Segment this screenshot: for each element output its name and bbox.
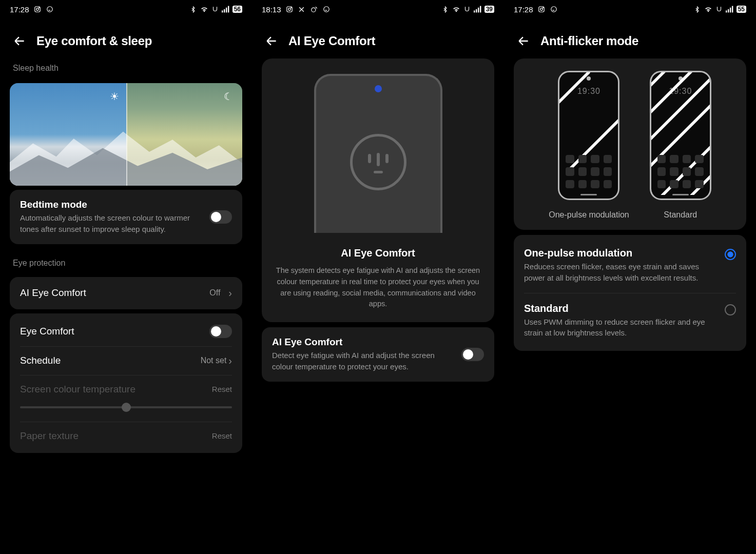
option-one-pulse[interactable]: One-pulse modulation Reduces screen flic… — [524, 242, 736, 289]
chevron-right-icon: › — [228, 355, 232, 367]
status-bar: 18:13 39 — [253, 0, 503, 18]
sleep-illustration: ☀ ☾ — [10, 83, 242, 186]
weibo-icon — [310, 5, 318, 13]
page-title: AI Eye Comfort — [288, 34, 375, 48]
battery-level: 56 — [232, 6, 242, 13]
moon-icon: ☾ — [224, 90, 233, 103]
phone-preview-one-pulse: 19:30 — [558, 71, 619, 200]
back-button[interactable] — [265, 34, 278, 48]
schedule-value: Not set — [201, 356, 227, 365]
radio-unselected-icon[interactable] — [725, 304, 736, 315]
status-bar: 17:28 55 — [505, 0, 755, 18]
status-time: 17:28 — [514, 5, 533, 14]
instagram-icon — [285, 5, 294, 13]
bedtime-title: Bedtime mode — [20, 199, 203, 210]
svg-point-2 — [38, 7, 39, 8]
ai-eye-value: Off — [209, 288, 220, 298]
radio-selected-icon[interactable] — [725, 249, 736, 260]
svg-rect-23 — [730, 8, 731, 13]
whatsapp-icon — [46, 5, 54, 13]
svg-rect-22 — [728, 9, 729, 12]
svg-rect-4 — [222, 10, 223, 12]
page-title: Anti-flicker mode — [540, 34, 638, 48]
schedule-row[interactable]: Schedule Not set › — [20, 347, 232, 375]
face-icon — [350, 134, 406, 190]
screen-colour-temp-row: Screen colour temperature Reset — [20, 375, 232, 422]
svg-point-20 — [551, 7, 556, 12]
svg-point-18 — [540, 8, 542, 11]
svg-rect-21 — [726, 10, 727, 12]
bluetooth-icon — [441, 5, 450, 13]
whatsapp-icon — [322, 5, 331, 13]
sct-slider[interactable] — [20, 406, 232, 408]
wifi-icon — [704, 5, 712, 13]
pane-eye-comfort-sleep: 17:28 56 Eye comfort & sleep Sleep healt… — [0, 0, 252, 554]
vowifi-icon — [463, 5, 471, 13]
svg-point-1 — [36, 8, 38, 11]
bedtime-desc: Automatically adjusts the screen colour … — [20, 212, 203, 235]
signal-icon — [474, 5, 482, 13]
paper-texture-row: Paper texture Reset — [20, 422, 232, 450]
bluetooth-icon — [189, 5, 198, 13]
option-standard[interactable]: Standard Uses PWM dimming to reduce scre… — [524, 298, 736, 344]
eye-comfort-toggle[interactable] — [209, 325, 232, 338]
battery-level: 55 — [736, 6, 746, 13]
svg-rect-16 — [480, 6, 481, 13]
phone-preview-standard: 19:30 — [650, 71, 711, 200]
section-sleep-health: Sleep health — [1, 53, 251, 78]
eye-comfort-row[interactable]: Eye Comfort — [20, 316, 232, 347]
svg-rect-15 — [478, 8, 479, 13]
paper-reset-button[interactable]: Reset — [212, 431, 232, 440]
svg-point-11 — [311, 8, 315, 12]
pane-ai-eye-comfort: 18:13 39 AI Eye Comfort — [252, 0, 504, 554]
wifi-icon — [452, 5, 460, 13]
flicker-preview-card: 19:30 One-pulse modulation 19:30 — [514, 58, 746, 230]
vowifi-icon — [211, 5, 219, 13]
vowifi-icon — [715, 5, 723, 13]
bluetooth-icon — [693, 5, 702, 13]
signal-icon — [726, 5, 734, 13]
sct-reset-button[interactable]: Reset — [212, 385, 232, 393]
pane-anti-flicker: 17:28 55 Anti-flicker mode 19:30 — [504, 0, 756, 554]
label-standard: Standard — [664, 210, 697, 220]
status-time: 18:13 — [262, 5, 281, 14]
hero-desc: The system detects eye fatigue with AI a… — [272, 265, 484, 310]
svg-point-12 — [323, 7, 329, 12]
status-time: 17:28 — [10, 5, 29, 14]
camera-dot-icon — [375, 85, 382, 92]
svg-rect-14 — [476, 9, 477, 12]
instagram-icon — [537, 5, 546, 13]
svg-line-29 — [651, 75, 710, 143]
toggle-desc: Detect eye fatigue with AI and adjust th… — [272, 350, 455, 372]
back-button[interactable] — [13, 34, 26, 48]
bedtime-mode-row[interactable]: Bedtime mode Automatically adjusts the s… — [10, 190, 242, 244]
section-eye-protection: Eye protection — [1, 248, 251, 273]
phone-illustration — [314, 74, 442, 233]
label-one-pulse: One-pulse modulation — [549, 210, 629, 220]
ai-eye-toggle[interactable] — [461, 348, 484, 361]
svg-point-3 — [47, 7, 52, 12]
svg-point-19 — [542, 7, 543, 8]
svg-point-10 — [290, 7, 291, 8]
svg-rect-13 — [474, 10, 475, 12]
ai-eye-comfort-link[interactable]: AI Eye Comfort Off › — [10, 277, 242, 309]
svg-point-9 — [288, 8, 290, 11]
svg-line-27 — [651, 72, 671, 89]
svg-rect-24 — [732, 6, 733, 13]
bedtime-toggle[interactable] — [209, 210, 232, 224]
status-bar: 17:28 56 — [1, 0, 251, 18]
ai-eye-title: AI Eye Comfort — [20, 287, 203, 299]
svg-rect-5 — [224, 9, 225, 12]
battery-level: 39 — [484, 6, 494, 13]
hero-title: AI Eye Comfort — [341, 247, 415, 259]
back-button[interactable] — [517, 34, 530, 48]
toggle-title: AI Eye Comfort — [272, 337, 455, 348]
chevron-right-icon: › — [228, 287, 232, 299]
svg-rect-7 — [228, 6, 229, 13]
ai-eye-hero-card: AI Eye Comfort The system detects eye fa… — [262, 58, 494, 322]
instagram-icon — [33, 5, 42, 13]
svg-rect-6 — [226, 8, 227, 13]
svg-line-25 — [559, 72, 589, 106]
ai-eye-toggle-row[interactable]: AI Eye Comfort Detect eye fatigue with A… — [262, 327, 494, 382]
signal-icon — [222, 5, 230, 13]
